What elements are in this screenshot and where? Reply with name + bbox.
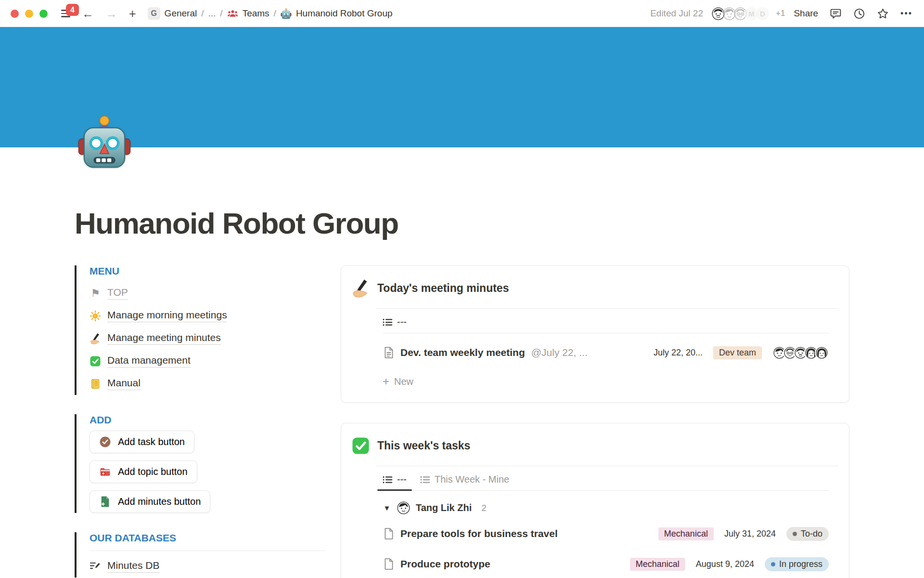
meeting-date: July 22, 20... (654, 348, 703, 358)
folder-plus-icon (99, 466, 111, 478)
assignee-name: Tang Lik Zhi (416, 502, 472, 513)
add-topic-button[interactable]: Add topic button (90, 460, 197, 483)
robot-page-icon (281, 8, 292, 19)
task-row[interactable]: Produce prototype Mechanical August 9, 2… (383, 553, 829, 575)
databases-section: OUR DATABASES Minutes DB (75, 532, 325, 578)
breadcrumb-separator: / (220, 8, 222, 19)
menu-section: MENU ⚑ TOP Manage morning meetings Manag… (75, 265, 325, 395)
assignee-avatar (397, 501, 410, 514)
view-tab-this-week-mine[interactable]: This Week - Mine (420, 474, 509, 490)
notification-badge: 4 (66, 4, 79, 16)
weekly-tasks-card: This week's tasks --- This Week - Mine (341, 423, 849, 578)
right-column: Today's meeting minutes --- Dev. team we… (341, 265, 849, 578)
weekly-tasks-card-header[interactable]: This week's tasks (341, 423, 849, 466)
writing-hand-icon (351, 279, 370, 298)
document-icon (383, 346, 395, 359)
avatar[interactable]: D (755, 6, 770, 21)
check-mark-icon (90, 355, 101, 367)
list-pencil-icon (90, 561, 101, 572)
left-column: MENU ⚑ TOP Manage morning meetings Manag… (75, 265, 325, 578)
add-task-button[interactable]: Add task button (90, 431, 194, 453)
list-view-icon (383, 475, 393, 484)
add-section: ADD Add task button Add topic button Add… (75, 414, 325, 513)
viewer-avatars: M D (711, 6, 770, 21)
workspace-icon[interactable]: G (148, 7, 160, 20)
breadcrumb-ellipsis[interactable]: ... (208, 8, 216, 19)
avatar-overflow-count[interactable]: +1 (776, 9, 785, 18)
close-window-button[interactable] (11, 10, 19, 18)
view-tab-default[interactable]: --- (383, 316, 407, 333)
menu-item-meeting-minutes[interactable]: Manage meeting minutes (90, 327, 325, 350)
page-cover[interactable] (0, 27, 924, 147)
forward-button[interactable]: → (103, 7, 120, 21)
ledger-icon (90, 378, 101, 390)
sun-icon (90, 310, 101, 322)
comments-icon[interactable] (830, 8, 842, 20)
page-content: Humanoid Robot Group MENU ⚑ TOP Manage m… (0, 206, 924, 578)
team-tag: Dev team (713, 346, 762, 359)
add-heading: ADD (90, 414, 325, 426)
minimize-window-button[interactable] (25, 10, 33, 18)
menu-heading: MENU (90, 265, 325, 277)
breadcrumb-teams[interactable]: Teams (243, 8, 270, 19)
file-plus-icon (99, 496, 111, 508)
group-count: 2 (481, 503, 487, 513)
menu-item-data-management[interactable]: Data management (90, 350, 325, 372)
category-tag: Mechanical (630, 558, 685, 571)
list-view-icon (383, 318, 393, 327)
meeting-minutes-card: Today's meeting minutes --- Dev. team we… (341, 265, 849, 403)
breadcrumb-separator: / (201, 8, 204, 19)
window-toolbar: 4 ← → + G General / ... / Teams / Humano… (0, 0, 924, 27)
card-title: This week's tasks (377, 439, 470, 452)
plus-icon: + (383, 376, 389, 387)
due-date: July 31, 2024 (724, 529, 776, 539)
menu-item-morning-meetings[interactable]: Manage morning meetings (90, 304, 325, 327)
share-button[interactable]: Share (794, 8, 818, 19)
favorite-star-icon[interactable] (877, 8, 889, 20)
list-view-icon (420, 475, 430, 484)
divider (90, 551, 325, 551)
breadcrumb-separator: / (274, 8, 276, 19)
view-tab-default[interactable]: --- (383, 474, 407, 490)
task-row[interactable]: Prepare tools for business travel Mechan… (383, 523, 829, 545)
status-badge: To-do (786, 527, 829, 541)
collapse-toggle-icon[interactable]: ▼ (383, 504, 391, 512)
assignee-group-row[interactable]: ▼ Tang Lik Zhi 2 (383, 501, 829, 514)
check-mark-icon (351, 436, 370, 455)
status-dot (771, 562, 775, 566)
status-badge: In progress (765, 557, 829, 571)
new-tab-button[interactable]: + (126, 7, 139, 21)
window-controls (11, 10, 48, 18)
due-date: August 9, 2024 (696, 559, 754, 569)
category-tag: Mechanical (658, 527, 714, 540)
breadcrumb-general[interactable]: General (165, 8, 197, 19)
menu-item-top[interactable]: ⚑ TOP (90, 282, 325, 304)
database-item-minutes-db[interactable]: Minutes DB (90, 555, 325, 578)
page-icon (383, 527, 395, 540)
new-item-button[interactable]: + New (383, 372, 829, 391)
attendee-avatars (772, 346, 829, 360)
last-edited-label: Edited Jul 22 (650, 8, 703, 19)
flag-icon: ⚑ (90, 288, 101, 299)
history-icon[interactable] (853, 8, 865, 20)
meeting-minutes-card-header[interactable]: Today's meeting minutes (341, 266, 849, 308)
sidebar-toggle-button[interactable]: 4 (60, 7, 71, 20)
teams-icon (227, 8, 238, 19)
breadcrumb: G General / ... / Teams / Humanoid Robot… (148, 7, 393, 20)
databases-heading: OUR DATABASES (90, 532, 325, 544)
page-icon (383, 558, 395, 570)
page-icon-robot[interactable] (77, 115, 132, 170)
card-title: Today's meeting minutes (377, 282, 509, 295)
page-title[interactable]: Humanoid Robot Group (75, 206, 849, 240)
menu-item-manual[interactable]: Manual (90, 372, 325, 395)
avatar (815, 346, 829, 360)
writing-hand-icon (90, 333, 101, 344)
more-options-button[interactable]: ••• (900, 9, 912, 19)
meeting-row[interactable]: Dev. team weekly meeting @July 22, ... J… (383, 342, 829, 364)
back-button[interactable]: ← (79, 7, 97, 21)
zoom-window-button[interactable] (39, 10, 48, 18)
task-check-icon (99, 436, 111, 448)
add-minutes-button[interactable]: Add minutes button (90, 490, 210, 513)
breadcrumb-current-page[interactable]: Humanoid Robot Group (296, 8, 393, 19)
status-dot (793, 532, 797, 536)
